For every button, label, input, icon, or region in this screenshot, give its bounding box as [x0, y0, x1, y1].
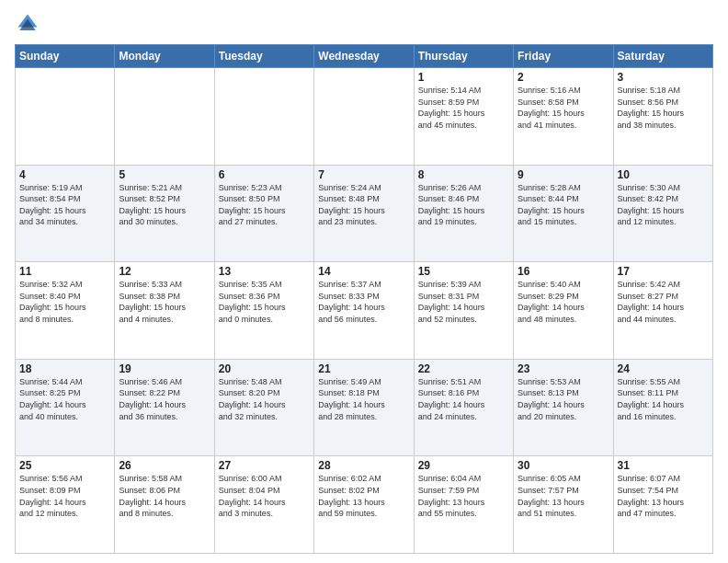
week-row-0: 1Sunrise: 5:14 AM Sunset: 8:59 PM Daylig…: [16, 68, 713, 166]
day-info: Sunrise: 5:24 AM Sunset: 8:48 PM Dayligh…: [318, 182, 409, 228]
day-number: 2: [518, 71, 609, 84]
empty-cell: [214, 68, 313, 166]
day-cell-8: 8Sunrise: 5:26 AM Sunset: 8:46 PM Daylig…: [414, 165, 513, 262]
day-cell-13: 13Sunrise: 5:35 AM Sunset: 8:36 PM Dayli…: [214, 262, 313, 360]
day-cell-9: 9Sunrise: 5:28 AM Sunset: 8:44 PM Daylig…: [514, 165, 613, 262]
day-info: Sunrise: 5:18 AM Sunset: 8:56 PM Dayligh…: [618, 85, 709, 131]
day-info: Sunrise: 5:49 AM Sunset: 8:18 PM Dayligh…: [318, 376, 409, 422]
day-number: 24: [618, 362, 709, 375]
day-number: 8: [418, 168, 509, 181]
week-row-1: 4Sunrise: 5:19 AM Sunset: 8:54 PM Daylig…: [16, 165, 713, 262]
day-number: 12: [119, 265, 210, 278]
day-info: Sunrise: 5:19 AM Sunset: 8:54 PM Dayligh…: [19, 182, 110, 228]
day-number: 25: [19, 459, 110, 472]
week-row-3: 18Sunrise: 5:44 AM Sunset: 8:25 PM Dayli…: [16, 359, 713, 456]
day-cell-30: 30Sunrise: 6:05 AM Sunset: 7:57 PM Dayli…: [514, 456, 613, 554]
weekday-header-thursday: Thursday: [414, 45, 513, 68]
day-number: 15: [418, 265, 509, 278]
day-cell-4: 4Sunrise: 5:19 AM Sunset: 8:54 PM Daylig…: [16, 165, 115, 262]
day-info: Sunrise: 5:33 AM Sunset: 8:38 PM Dayligh…: [119, 279, 210, 325]
day-cell-31: 31Sunrise: 6:07 AM Sunset: 7:54 PM Dayli…: [613, 456, 712, 554]
day-number: 7: [318, 168, 409, 181]
day-info: Sunrise: 5:14 AM Sunset: 8:59 PM Dayligh…: [418, 85, 509, 131]
day-cell-18: 18Sunrise: 5:44 AM Sunset: 8:25 PM Dayli…: [16, 359, 115, 456]
day-cell-1: 1Sunrise: 5:14 AM Sunset: 8:59 PM Daylig…: [414, 68, 513, 166]
day-cell-29: 29Sunrise: 6:04 AM Sunset: 7:59 PM Dayli…: [414, 456, 513, 554]
day-info: Sunrise: 5:35 AM Sunset: 8:36 PM Dayligh…: [219, 279, 310, 325]
day-number: 21: [318, 362, 409, 375]
weekday-header-monday: Monday: [115, 45, 214, 68]
weekday-header-sunday: Sunday: [16, 45, 115, 68]
day-number: 4: [19, 168, 110, 181]
day-number: 10: [618, 168, 709, 181]
day-cell-10: 10Sunrise: 5:30 AM Sunset: 8:42 PM Dayli…: [613, 165, 712, 262]
day-number: 11: [19, 265, 110, 278]
day-info: Sunrise: 5:32 AM Sunset: 8:40 PM Dayligh…: [19, 279, 110, 325]
page: SundayMondayTuesdayWednesdayThursdayFrid…: [0, 0, 728, 563]
day-number: 27: [219, 459, 310, 472]
day-number: 6: [219, 168, 310, 181]
day-number: 22: [418, 362, 509, 375]
calendar-table: SundayMondayTuesdayWednesdayThursdayFrid…: [15, 44, 713, 554]
day-cell-16: 16Sunrise: 5:40 AM Sunset: 8:29 PM Dayli…: [514, 262, 613, 360]
day-cell-25: 25Sunrise: 5:56 AM Sunset: 8:09 PM Dayli…: [16, 456, 115, 554]
day-info: Sunrise: 5:28 AM Sunset: 8:44 PM Dayligh…: [518, 182, 609, 228]
empty-cell: [16, 68, 115, 166]
day-cell-21: 21Sunrise: 5:49 AM Sunset: 8:18 PM Dayli…: [314, 359, 414, 456]
day-number: 18: [19, 362, 110, 375]
day-number: 1: [418, 71, 509, 84]
day-info: Sunrise: 6:00 AM Sunset: 8:04 PM Dayligh…: [219, 473, 310, 519]
day-info: Sunrise: 5:48 AM Sunset: 8:20 PM Dayligh…: [219, 376, 310, 422]
day-number: 13: [219, 265, 310, 278]
day-number: 29: [418, 459, 509, 472]
day-cell-15: 15Sunrise: 5:39 AM Sunset: 8:31 PM Dayli…: [414, 262, 513, 360]
day-cell-26: 26Sunrise: 5:58 AM Sunset: 8:06 PM Dayli…: [115, 456, 214, 554]
day-number: 30: [518, 459, 609, 472]
day-cell-6: 6Sunrise: 5:23 AM Sunset: 8:50 PM Daylig…: [214, 165, 313, 262]
day-cell-11: 11Sunrise: 5:32 AM Sunset: 8:40 PM Dayli…: [16, 262, 115, 360]
day-number: 16: [518, 265, 609, 278]
day-info: Sunrise: 5:26 AM Sunset: 8:46 PM Dayligh…: [418, 182, 509, 228]
weekday-header-friday: Friday: [514, 45, 613, 68]
day-cell-5: 5Sunrise: 5:21 AM Sunset: 8:52 PM Daylig…: [115, 165, 214, 262]
day-info: Sunrise: 5:42 AM Sunset: 8:27 PM Dayligh…: [618, 279, 709, 325]
weekday-header-saturday: Saturday: [613, 45, 712, 68]
day-number: 26: [119, 459, 210, 472]
day-info: Sunrise: 5:23 AM Sunset: 8:50 PM Dayligh…: [219, 182, 310, 228]
logo-icon: [15, 11, 40, 37]
day-info: Sunrise: 5:16 AM Sunset: 8:58 PM Dayligh…: [518, 85, 609, 131]
day-info: Sunrise: 5:37 AM Sunset: 8:33 PM Dayligh…: [318, 279, 409, 325]
day-number: 9: [518, 168, 609, 181]
day-info: Sunrise: 5:21 AM Sunset: 8:52 PM Dayligh…: [119, 182, 210, 228]
day-cell-28: 28Sunrise: 6:02 AM Sunset: 8:02 PM Dayli…: [314, 456, 414, 554]
week-row-4: 25Sunrise: 5:56 AM Sunset: 8:09 PM Dayli…: [16, 456, 713, 554]
day-cell-3: 3Sunrise: 5:18 AM Sunset: 8:56 PM Daylig…: [613, 68, 712, 166]
day-info: Sunrise: 5:46 AM Sunset: 8:22 PM Dayligh…: [119, 376, 210, 422]
day-cell-24: 24Sunrise: 5:55 AM Sunset: 8:11 PM Dayli…: [613, 359, 712, 456]
day-number: 20: [219, 362, 310, 375]
empty-cell: [314, 68, 414, 166]
day-number: 23: [518, 362, 609, 375]
day-info: Sunrise: 5:39 AM Sunset: 8:31 PM Dayligh…: [418, 279, 509, 325]
weekday-header-wednesday: Wednesday: [314, 45, 414, 68]
weekday-header-tuesday: Tuesday: [214, 45, 313, 68]
day-number: 5: [119, 168, 210, 181]
day-info: Sunrise: 5:51 AM Sunset: 8:16 PM Dayligh…: [418, 376, 509, 422]
day-info: Sunrise: 6:02 AM Sunset: 8:02 PM Dayligh…: [318, 473, 409, 519]
day-cell-20: 20Sunrise: 5:48 AM Sunset: 8:20 PM Dayli…: [214, 359, 313, 456]
weekday-header-row: SundayMondayTuesdayWednesdayThursdayFrid…: [16, 45, 713, 68]
day-number: 31: [618, 459, 709, 472]
day-info: Sunrise: 6:04 AM Sunset: 7:59 PM Dayligh…: [418, 473, 509, 519]
day-cell-17: 17Sunrise: 5:42 AM Sunset: 8:27 PM Dayli…: [613, 262, 712, 360]
day-number: 14: [318, 265, 409, 278]
day-number: 19: [119, 362, 210, 375]
day-cell-27: 27Sunrise: 6:00 AM Sunset: 8:04 PM Dayli…: [214, 456, 313, 554]
day-number: 17: [618, 265, 709, 278]
day-number: 28: [318, 459, 409, 472]
day-info: Sunrise: 6:05 AM Sunset: 7:57 PM Dayligh…: [518, 473, 609, 519]
logo: [15, 11, 44, 37]
day-info: Sunrise: 5:55 AM Sunset: 8:11 PM Dayligh…: [618, 376, 709, 422]
day-info: Sunrise: 5:44 AM Sunset: 8:25 PM Dayligh…: [19, 376, 110, 422]
day-info: Sunrise: 5:56 AM Sunset: 8:09 PM Dayligh…: [19, 473, 110, 519]
day-info: Sunrise: 5:58 AM Sunset: 8:06 PM Dayligh…: [119, 473, 210, 519]
